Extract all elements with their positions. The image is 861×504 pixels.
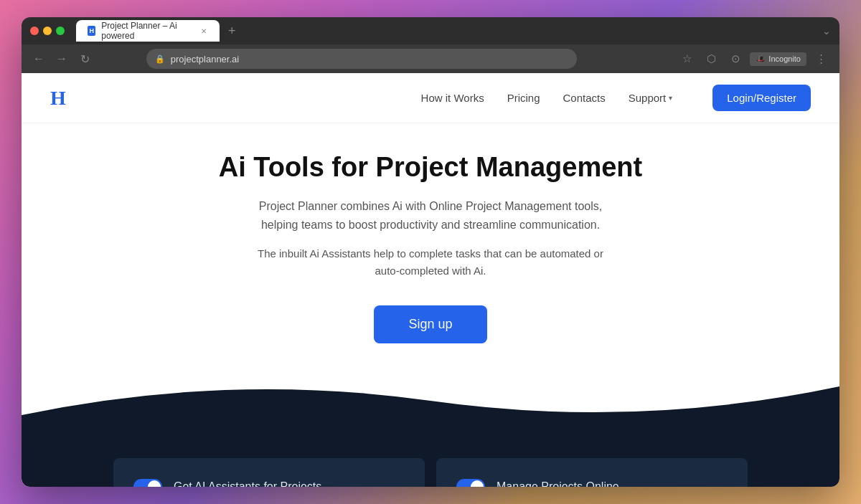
- tab-title: Project Planner – Ai powered: [101, 21, 191, 41]
- more-options-button[interactable]: ⋮: [811, 49, 831, 69]
- support-dropdown-caret: ▾: [669, 94, 672, 102]
- refresh-button[interactable]: ↻: [76, 50, 93, 67]
- tab-close-button[interactable]: ✕: [200, 26, 208, 36]
- nav-links: How it Works Pricing Contacts Support ▾ …: [421, 85, 811, 111]
- tab-favicon: H: [88, 26, 95, 36]
- close-window-button[interactable]: [30, 27, 39, 35]
- feature-label-assistants: Get AI Assistants for Projects: [174, 480, 321, 487]
- settings-button[interactable]: ⊙: [725, 49, 745, 69]
- maximize-window-button[interactable]: [56, 27, 65, 35]
- browser-titlebar: H Project Planner – Ai powered ✕ + ⌄: [22, 17, 839, 44]
- nav-how-it-works[interactable]: How it Works: [421, 92, 484, 104]
- window-expand-button[interactable]: ⌄: [822, 25, 831, 37]
- hero-subtitle: Project Planner combines Ai with Online …: [258, 197, 603, 234]
- feature-cards: Get AI Assistants for Projects Manage Pr…: [22, 458, 839, 487]
- feature-card-manage: Manage Projects Online: [436, 458, 748, 487]
- minimize-window-button[interactable]: [43, 27, 52, 35]
- address-bar[interactable]: 🔒 projectplanner.ai: [146, 49, 577, 69]
- wave-divider: [22, 372, 839, 429]
- traffic-lights: [30, 27, 65, 35]
- dark-section: Get AI Assistants for Projects Manage Pr…: [22, 372, 839, 487]
- forward-button[interactable]: →: [53, 50, 70, 67]
- site-logo: H: [50, 87, 66, 110]
- browser-tab-active[interactable]: H Project Planner – Ai powered ✕: [76, 20, 220, 42]
- incognito-label: Incognito: [768, 54, 801, 63]
- hero-description: The inbuilt Ai Assistants help to comple…: [244, 245, 617, 280]
- toolbar-right: ☆ ⬡ ⊙ 🎩 Incognito ⋮: [677, 49, 831, 69]
- incognito-badge: 🎩 Incognito: [750, 52, 806, 66]
- address-text: projectplanner.ai: [171, 54, 239, 65]
- login-register-button[interactable]: Login/Register: [712, 85, 811, 111]
- nav-contacts[interactable]: Contacts: [563, 92, 606, 104]
- site-navbar: H How it Works Pricing Contacts Support …: [22, 73, 839, 123]
- back-button[interactable]: ←: [30, 50, 47, 67]
- feature-label-manage: Manage Projects Online: [497, 480, 619, 487]
- signup-button[interactable]: Sign up: [374, 305, 486, 343]
- nav-support[interactable]: Support ▾: [629, 92, 673, 104]
- feature-card-assistants: Get AI Assistants for Projects: [113, 458, 425, 487]
- nav-support-label: Support: [629, 92, 667, 104]
- browser-toolbar: ← → ↻ 🔒 projectplanner.ai ☆ ⬡ ⊙ 🎩 Incogn…: [22, 44, 839, 73]
- hero-section: Ai Tools for Project Management Project …: [22, 123, 839, 372]
- browser-window: H Project Planner – Ai powered ✕ + ⌄ ← →…: [22, 17, 839, 487]
- browser-tabs: H Project Planner – Ai powered ✕ +: [76, 20, 817, 42]
- new-tab-button[interactable]: +: [222, 24, 242, 39]
- toggle-knob-assistants: [148, 480, 161, 487]
- hero-title: Ai Tools for Project Management: [219, 152, 642, 183]
- bookmark-button[interactable]: ☆: [677, 49, 697, 69]
- lock-icon: 🔒: [155, 54, 165, 64]
- nav-pricing[interactable]: Pricing: [507, 92, 540, 104]
- website-content: H How it Works Pricing Contacts Support …: [22, 73, 839, 487]
- toggle-knob-manage: [471, 480, 484, 487]
- toggle-assistants[interactable]: [133, 479, 162, 487]
- incognito-icon: 🎩: [756, 54, 766, 64]
- toggle-manage[interactable]: [456, 479, 485, 487]
- cast-button[interactable]: ⬡: [701, 49, 721, 69]
